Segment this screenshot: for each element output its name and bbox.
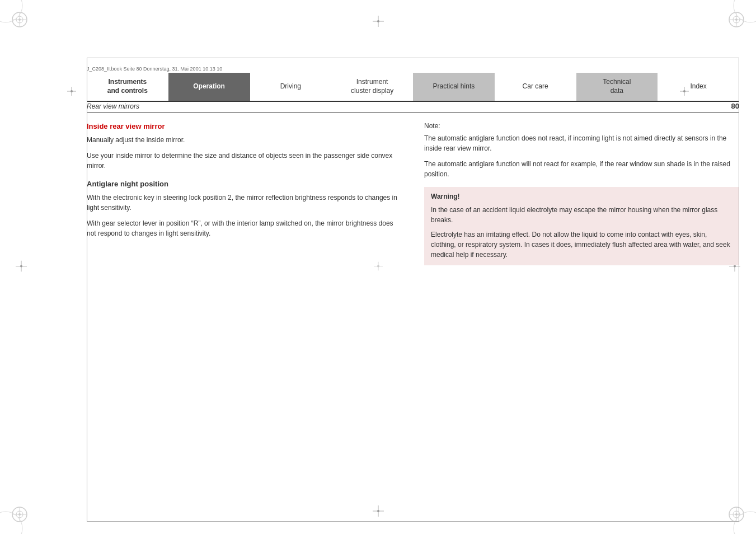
tab-instrument-cluster[interactable]: Instrumentcluster display (331, 73, 413, 101)
right-border-line (739, 58, 739, 522)
svg-point-21 (734, 0, 756, 22)
subsection2-para2: With gear selector lever in position “R”… (87, 218, 402, 238)
svg-point-32 (377, 20, 379, 22)
right-column: Note: The automatic antiglare function d… (424, 122, 739, 265)
subsection1-para2: Use your inside mirror to determine the … (87, 151, 402, 171)
crosshair-left (16, 261, 27, 274)
page-number: 80 (731, 102, 739, 110)
section-title: Rear view mirrors (87, 102, 139, 110)
tab-car-care[interactable]: Car care (495, 73, 576, 101)
svg-point-26 (20, 265, 22, 268)
bottom-rule-line (87, 521, 739, 522)
large-circle-tl (0, 0, 45, 45)
section-header: Rear view mirrors 80 (87, 102, 739, 113)
tab-operation[interactable]: Operation (168, 73, 250, 101)
crosshair-inner-left (67, 87, 76, 97)
svg-point-22 (0, 512, 22, 534)
page-content: Rear view mirrors 80 Inside rear view mi… (87, 102, 739, 517)
subsection2-title: Antiglare night position (87, 180, 402, 188)
warning-title: Warning! (431, 193, 732, 200)
left-column: Inside rear view mirror Manually adjust … (87, 122, 402, 265)
svg-point-38 (71, 90, 73, 92)
svg-point-20 (0, 0, 22, 22)
tab-index[interactable]: Index (658, 73, 739, 101)
warning-box: Warning! In the case of an accident liqu… (424, 187, 739, 265)
subsection1-title: Inside rear view mirror (87, 122, 402, 130)
tab-practical-hints[interactable]: Practical hints (413, 73, 495, 101)
nav-tabs: Instrumentsand controls Operation Drivin… (87, 73, 739, 102)
tab-instruments[interactable]: Instrumentsand controls (87, 73, 168, 101)
crosshair-top (373, 16, 384, 29)
top-rule-line (87, 58, 739, 58)
warning-para2: Electrolyte has an irritating effect. Do… (431, 229, 732, 260)
tab-technical-data[interactable]: Technicaldata (576, 73, 658, 101)
file-info: J_C208_II.book Seite 80 Donnerstag, 31. … (87, 66, 222, 72)
two-column-layout: Inside rear view mirror Manually adjust … (87, 122, 739, 265)
large-circle-tr (711, 0, 756, 45)
tab-driving[interactable]: Driving (250, 73, 332, 101)
subsection1-para1: Manually adjust the inside mirror. (87, 135, 402, 145)
note-para1: The automatic antiglare function does no… (424, 133, 739, 153)
note-label: Note: (424, 122, 739, 130)
left-border-line (87, 58, 87, 522)
large-circle-bl (0, 489, 45, 534)
warning-para1: In the case of an accident liquid electr… (431, 205, 732, 225)
subsection2-para1: With the electronic key in steering lock… (87, 193, 402, 213)
note-para2: The automatic antiglare function will no… (424, 159, 739, 179)
